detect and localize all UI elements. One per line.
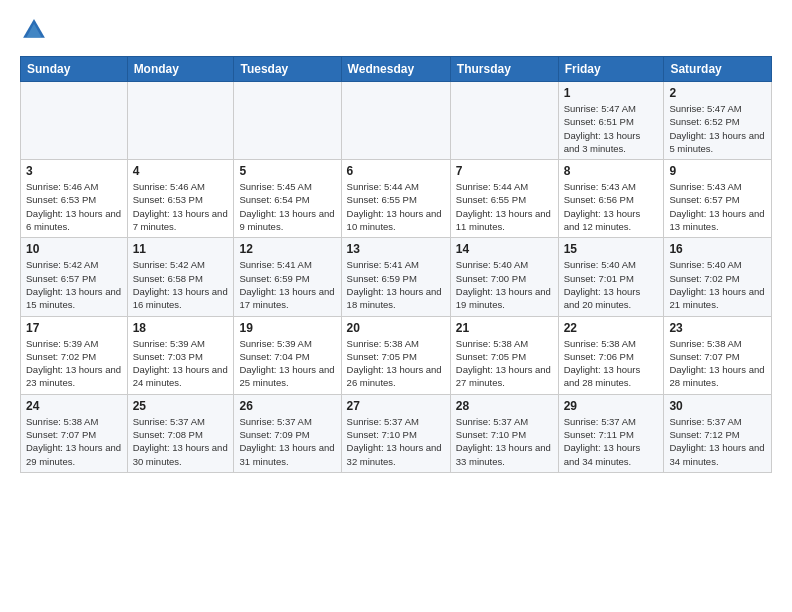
week-row-2: 3Sunrise: 5:46 AMSunset: 6:53 PMDaylight… bbox=[21, 160, 772, 238]
day-cell: 26Sunrise: 5:37 AMSunset: 7:09 PMDayligh… bbox=[234, 394, 341, 472]
day-cell: 16Sunrise: 5:40 AMSunset: 7:02 PMDayligh… bbox=[664, 238, 772, 316]
day-info: Sunrise: 5:37 AMSunset: 7:11 PMDaylight:… bbox=[564, 415, 659, 468]
day-number: 27 bbox=[347, 399, 445, 413]
day-number: 25 bbox=[133, 399, 229, 413]
day-cell: 9Sunrise: 5:43 AMSunset: 6:57 PMDaylight… bbox=[664, 160, 772, 238]
day-cell: 30Sunrise: 5:37 AMSunset: 7:12 PMDayligh… bbox=[664, 394, 772, 472]
calendar-table: SundayMondayTuesdayWednesdayThursdayFrid… bbox=[20, 56, 772, 473]
day-number: 6 bbox=[347, 164, 445, 178]
day-number: 10 bbox=[26, 242, 122, 256]
day-cell: 17Sunrise: 5:39 AMSunset: 7:02 PMDayligh… bbox=[21, 316, 128, 394]
day-info: Sunrise: 5:39 AMSunset: 7:02 PMDaylight:… bbox=[26, 337, 122, 390]
day-cell: 15Sunrise: 5:40 AMSunset: 7:01 PMDayligh… bbox=[558, 238, 664, 316]
day-number: 3 bbox=[26, 164, 122, 178]
day-info: Sunrise: 5:41 AMSunset: 6:59 PMDaylight:… bbox=[239, 258, 335, 311]
day-number: 9 bbox=[669, 164, 766, 178]
day-number: 4 bbox=[133, 164, 229, 178]
day-info: Sunrise: 5:47 AMSunset: 6:51 PMDaylight:… bbox=[564, 102, 659, 155]
day-cell: 19Sunrise: 5:39 AMSunset: 7:04 PMDayligh… bbox=[234, 316, 341, 394]
week-row-4: 17Sunrise: 5:39 AMSunset: 7:02 PMDayligh… bbox=[21, 316, 772, 394]
weekday-header-tuesday: Tuesday bbox=[234, 57, 341, 82]
day-cell: 29Sunrise: 5:37 AMSunset: 7:11 PMDayligh… bbox=[558, 394, 664, 472]
day-cell: 23Sunrise: 5:38 AMSunset: 7:07 PMDayligh… bbox=[664, 316, 772, 394]
day-number: 15 bbox=[564, 242, 659, 256]
day-info: Sunrise: 5:46 AMSunset: 6:53 PMDaylight:… bbox=[133, 180, 229, 233]
day-info: Sunrise: 5:39 AMSunset: 7:04 PMDaylight:… bbox=[239, 337, 335, 390]
week-row-3: 10Sunrise: 5:42 AMSunset: 6:57 PMDayligh… bbox=[21, 238, 772, 316]
day-cell: 25Sunrise: 5:37 AMSunset: 7:08 PMDayligh… bbox=[127, 394, 234, 472]
day-cell: 22Sunrise: 5:38 AMSunset: 7:06 PMDayligh… bbox=[558, 316, 664, 394]
week-row-5: 24Sunrise: 5:38 AMSunset: 7:07 PMDayligh… bbox=[21, 394, 772, 472]
day-cell bbox=[127, 82, 234, 160]
header bbox=[20, 16, 772, 44]
day-info: Sunrise: 5:37 AMSunset: 7:10 PMDaylight:… bbox=[456, 415, 553, 468]
day-cell: 24Sunrise: 5:38 AMSunset: 7:07 PMDayligh… bbox=[21, 394, 128, 472]
day-info: Sunrise: 5:44 AMSunset: 6:55 PMDaylight:… bbox=[456, 180, 553, 233]
day-info: Sunrise: 5:44 AMSunset: 6:55 PMDaylight:… bbox=[347, 180, 445, 233]
day-number: 22 bbox=[564, 321, 659, 335]
day-number: 21 bbox=[456, 321, 553, 335]
day-cell: 3Sunrise: 5:46 AMSunset: 6:53 PMDaylight… bbox=[21, 160, 128, 238]
day-cell bbox=[450, 82, 558, 160]
day-cell: 7Sunrise: 5:44 AMSunset: 6:55 PMDaylight… bbox=[450, 160, 558, 238]
day-info: Sunrise: 5:45 AMSunset: 6:54 PMDaylight:… bbox=[239, 180, 335, 233]
day-cell: 20Sunrise: 5:38 AMSunset: 7:05 PMDayligh… bbox=[341, 316, 450, 394]
day-info: Sunrise: 5:43 AMSunset: 6:56 PMDaylight:… bbox=[564, 180, 659, 233]
day-info: Sunrise: 5:43 AMSunset: 6:57 PMDaylight:… bbox=[669, 180, 766, 233]
day-number: 17 bbox=[26, 321, 122, 335]
day-cell: 12Sunrise: 5:41 AMSunset: 6:59 PMDayligh… bbox=[234, 238, 341, 316]
day-info: Sunrise: 5:40 AMSunset: 7:01 PMDaylight:… bbox=[564, 258, 659, 311]
weekday-header-thursday: Thursday bbox=[450, 57, 558, 82]
day-cell bbox=[234, 82, 341, 160]
day-number: 26 bbox=[239, 399, 335, 413]
day-info: Sunrise: 5:37 AMSunset: 7:08 PMDaylight:… bbox=[133, 415, 229, 468]
day-info: Sunrise: 5:39 AMSunset: 7:03 PMDaylight:… bbox=[133, 337, 229, 390]
day-info: Sunrise: 5:38 AMSunset: 7:05 PMDaylight:… bbox=[456, 337, 553, 390]
day-number: 11 bbox=[133, 242, 229, 256]
logo bbox=[20, 16, 52, 44]
day-info: Sunrise: 5:38 AMSunset: 7:06 PMDaylight:… bbox=[564, 337, 659, 390]
page: SundayMondayTuesdayWednesdayThursdayFrid… bbox=[0, 0, 792, 493]
day-info: Sunrise: 5:46 AMSunset: 6:53 PMDaylight:… bbox=[26, 180, 122, 233]
logo-icon bbox=[20, 16, 48, 44]
day-cell: 1Sunrise: 5:47 AMSunset: 6:51 PMDaylight… bbox=[558, 82, 664, 160]
weekday-header-sunday: Sunday bbox=[21, 57, 128, 82]
weekday-header-saturday: Saturday bbox=[664, 57, 772, 82]
day-cell: 10Sunrise: 5:42 AMSunset: 6:57 PMDayligh… bbox=[21, 238, 128, 316]
day-cell: 11Sunrise: 5:42 AMSunset: 6:58 PMDayligh… bbox=[127, 238, 234, 316]
day-number: 29 bbox=[564, 399, 659, 413]
day-info: Sunrise: 5:47 AMSunset: 6:52 PMDaylight:… bbox=[669, 102, 766, 155]
day-number: 20 bbox=[347, 321, 445, 335]
day-number: 5 bbox=[239, 164, 335, 178]
weekday-header-wednesday: Wednesday bbox=[341, 57, 450, 82]
day-info: Sunrise: 5:37 AMSunset: 7:12 PMDaylight:… bbox=[669, 415, 766, 468]
day-cell: 6Sunrise: 5:44 AMSunset: 6:55 PMDaylight… bbox=[341, 160, 450, 238]
day-cell: 21Sunrise: 5:38 AMSunset: 7:05 PMDayligh… bbox=[450, 316, 558, 394]
day-cell: 28Sunrise: 5:37 AMSunset: 7:10 PMDayligh… bbox=[450, 394, 558, 472]
day-info: Sunrise: 5:37 AMSunset: 7:09 PMDaylight:… bbox=[239, 415, 335, 468]
day-cell: 5Sunrise: 5:45 AMSunset: 6:54 PMDaylight… bbox=[234, 160, 341, 238]
day-info: Sunrise: 5:40 AMSunset: 7:00 PMDaylight:… bbox=[456, 258, 553, 311]
day-info: Sunrise: 5:38 AMSunset: 7:07 PMDaylight:… bbox=[26, 415, 122, 468]
day-number: 13 bbox=[347, 242, 445, 256]
day-number: 14 bbox=[456, 242, 553, 256]
day-number: 18 bbox=[133, 321, 229, 335]
day-cell: 18Sunrise: 5:39 AMSunset: 7:03 PMDayligh… bbox=[127, 316, 234, 394]
week-row-1: 1Sunrise: 5:47 AMSunset: 6:51 PMDaylight… bbox=[21, 82, 772, 160]
day-number: 24 bbox=[26, 399, 122, 413]
day-number: 19 bbox=[239, 321, 335, 335]
day-info: Sunrise: 5:40 AMSunset: 7:02 PMDaylight:… bbox=[669, 258, 766, 311]
day-info: Sunrise: 5:38 AMSunset: 7:07 PMDaylight:… bbox=[669, 337, 766, 390]
day-cell bbox=[341, 82, 450, 160]
day-number: 30 bbox=[669, 399, 766, 413]
weekday-header-friday: Friday bbox=[558, 57, 664, 82]
day-info: Sunrise: 5:38 AMSunset: 7:05 PMDaylight:… bbox=[347, 337, 445, 390]
day-cell: 8Sunrise: 5:43 AMSunset: 6:56 PMDaylight… bbox=[558, 160, 664, 238]
day-number: 1 bbox=[564, 86, 659, 100]
day-number: 8 bbox=[564, 164, 659, 178]
day-number: 16 bbox=[669, 242, 766, 256]
day-cell: 2Sunrise: 5:47 AMSunset: 6:52 PMDaylight… bbox=[664, 82, 772, 160]
day-number: 23 bbox=[669, 321, 766, 335]
day-cell: 27Sunrise: 5:37 AMSunset: 7:10 PMDayligh… bbox=[341, 394, 450, 472]
day-info: Sunrise: 5:41 AMSunset: 6:59 PMDaylight:… bbox=[347, 258, 445, 311]
